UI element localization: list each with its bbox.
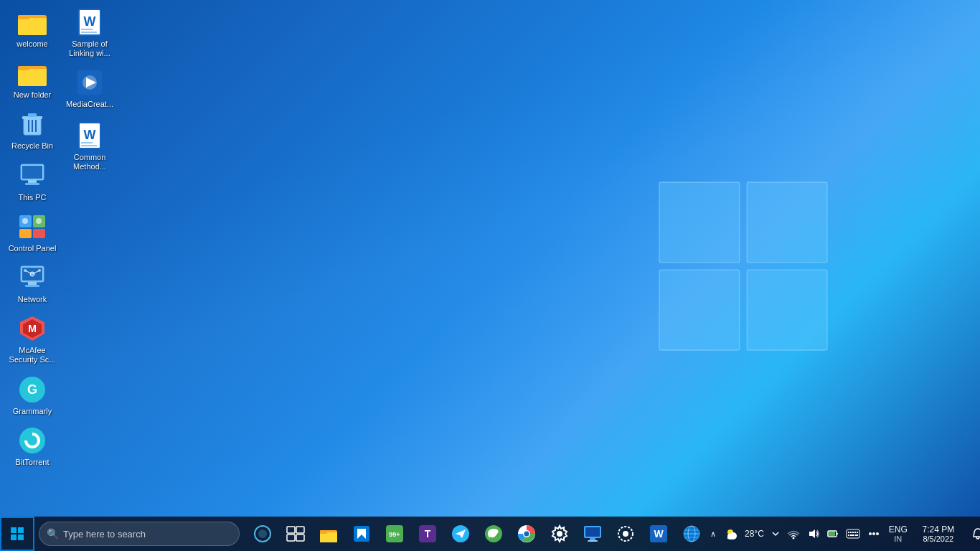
svg-rect-103 (854, 532, 856, 533)
taskbar-task-view[interactable] (280, 518, 311, 550)
taskbar-sys-settings[interactable] (610, 518, 641, 550)
taskbar-badge-99[interactable]: 99+ (379, 518, 410, 550)
desktop-icon-grammarly[interactable]: G Grammarly (4, 371, 61, 420)
desktop-icon-welcome[interactable]: welcome (4, 4, 61, 53)
svg-point-95 (792, 537, 794, 540)
desktop-icon-label: BitTorrent (15, 458, 49, 467)
desktop-icon-new-folder[interactable]: New folder (4, 55, 61, 104)
taskbar: 🔍 Type here to search (0, 517, 980, 551)
svg-rect-52 (81, 145, 97, 146)
desktop-icon-media-creator[interactable]: MediaCreat... (61, 64, 118, 113)
this-pc-icon (18, 161, 47, 190)
desktop-icon-label: MediaCreat... (66, 100, 113, 109)
desktop-icons-col2: W Sample of Linking wi... MediaCreat... (61, 4, 118, 176)
desktop-icon-network[interactable]: Network (4, 259, 61, 309)
svg-rect-94 (727, 535, 735, 539)
desktop-icon-label: Sample of Linking wi... (64, 39, 116, 58)
svg-point-110 (876, 532, 879, 535)
desktop-icons-col1: welcome New folder (4, 4, 61, 471)
svg-rect-23 (33, 229, 45, 238)
start-button[interactable] (0, 517, 34, 551)
tray-language[interactable]: ENG IN (885, 523, 912, 545)
svg-rect-97 (837, 533, 838, 534)
tray-keyboard[interactable] (843, 527, 863, 540)
bittorrent-icon (18, 426, 47, 455)
taskbar-cortana[interactable] (247, 518, 278, 550)
desktop-icon-label: Recycle Bin (11, 141, 53, 151)
tray-network-dots[interactable] (864, 527, 883, 541)
svg-rect-65 (320, 530, 327, 534)
svg-text:W: W (84, 128, 96, 142)
search-icon: 🔍 (47, 528, 59, 540)
taskbar-word[interactable]: W (643, 518, 674, 550)
tray-network-icon[interactable] (784, 527, 803, 541)
svg-point-76 (557, 531, 562, 537)
svg-rect-29 (25, 285, 39, 287)
svg-rect-101 (850, 532, 852, 533)
svg-text:G: G (27, 382, 37, 397)
svg-rect-28 (28, 282, 37, 285)
svg-text:T: T (425, 528, 431, 540)
tray-region-label: IN (894, 534, 902, 543)
svg-rect-100 (848, 532, 849, 533)
desktop-icon-label: welcome (17, 39, 47, 49)
svg-rect-64 (320, 532, 337, 542)
taskbar-settings[interactable] (544, 518, 575, 550)
desktop-icon-label: Common Method... (64, 153, 116, 171)
svg-rect-43 (81, 29, 93, 30)
search-bar[interactable]: 🔍 Type here to search (39, 522, 240, 546)
taskbar-rdp[interactable] (577, 518, 608, 550)
desktop-icon-recycle-bin[interactable]: Recycle Bin (4, 105, 61, 155)
svg-rect-8 (18, 69, 47, 86)
desktop-icon-this-pc[interactable]: This PC (4, 157, 61, 207)
svg-point-108 (869, 532, 872, 535)
svg-text:W: W (84, 14, 96, 29)
svg-rect-5 (18, 18, 47, 35)
taskbar-store[interactable] (346, 518, 377, 550)
taskbar-file-explorer[interactable] (313, 518, 344, 550)
taskbar-whatsapp[interactable] (478, 518, 509, 550)
tray-language-label: ENG (889, 524, 908, 534)
svg-rect-9 (18, 66, 29, 70)
tray-chevron[interactable]: ∧ (707, 528, 719, 540)
tray-weather[interactable] (720, 525, 740, 542)
desktop-icon-bittorrent[interactable]: BitTorrent (4, 422, 61, 471)
desktop-icon-mcafee[interactable]: M McAfee Security Sc... (4, 310, 61, 369)
svg-rect-106 (850, 534, 854, 536)
tray-temperature[interactable]: 28°C (742, 529, 767, 539)
folder-icon (18, 59, 47, 88)
search-placeholder: Type here to search (63, 529, 146, 540)
svg-rect-2 (659, 270, 740, 350)
tray-notification-btn[interactable] (965, 518, 980, 550)
svg-rect-55 (11, 534, 17, 540)
svg-rect-1 (747, 182, 827, 263)
tray-hidden-icons-btn[interactable] (768, 528, 783, 540)
svg-rect-78 (585, 527, 600, 537)
system-tray: ∧ 28°C (707, 517, 980, 551)
desktop-icon-label: This PC (18, 193, 46, 202)
taskbar-telegram[interactable] (445, 518, 476, 550)
tray-clock[interactable]: 7:24 PM 8/5/2022 (913, 523, 963, 545)
tray-battery[interactable] (824, 527, 842, 541)
desktop-icon-sample-linking[interactable]: W Sample of Linking wi... (61, 4, 118, 62)
media-creator-icon (75, 68, 104, 97)
svg-rect-12 (28, 113, 37, 117)
svg-rect-22 (19, 229, 32, 238)
svg-rect-62 (296, 534, 304, 541)
tray-volume[interactable] (804, 527, 823, 541)
svg-rect-80 (588, 540, 598, 542)
svg-rect-99 (847, 529, 859, 538)
taskbar-chrome[interactable] (511, 518, 542, 550)
tray-date: 8/5/2022 (923, 534, 953, 543)
taskbar-browser[interactable] (676, 518, 707, 550)
word-doc-icon: W (75, 8, 104, 37)
svg-rect-53 (11, 527, 17, 533)
svg-text:W: W (654, 528, 664, 540)
desktop-icon-common-methods[interactable]: W Common Method... (61, 117, 118, 176)
taskbar-teams[interactable]: T (412, 518, 443, 550)
svg-point-39 (29, 438, 35, 443)
desktop-icon-label: New folder (14, 90, 52, 100)
svg-rect-79 (590, 538, 595, 540)
desktop-icon-control-panel[interactable]: Control Panel (4, 208, 61, 258)
network-icon (18, 263, 47, 292)
